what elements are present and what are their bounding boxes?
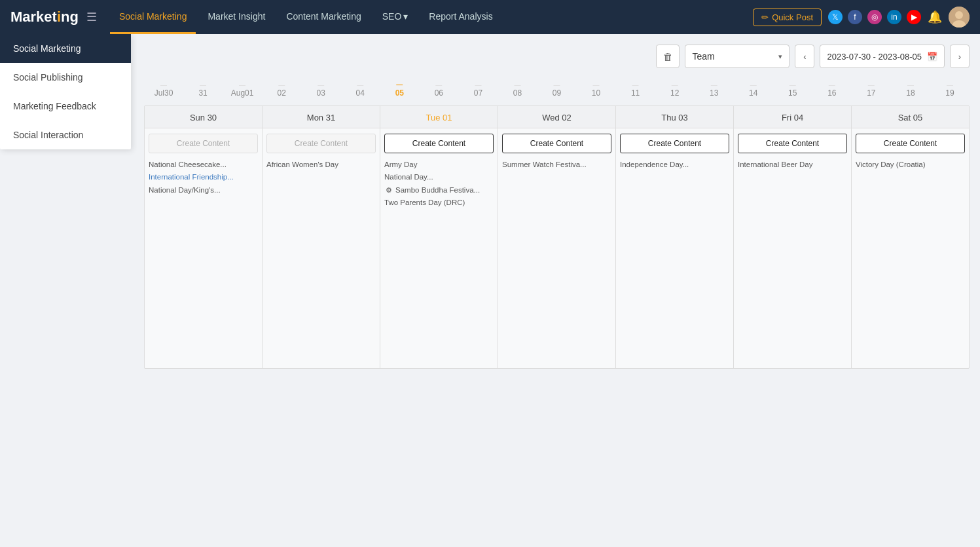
toolbar: 🗑 Team ▾ ‹ 2023-07-30 - 2023-08-05 📅 ›: [144, 45, 970, 68]
calendar-icon: 📅: [927, 52, 937, 62]
timeline-day: 17: [852, 79, 891, 100]
day-column: Thu 03Create ContentIndependence Day...: [616, 106, 733, 368]
day-body: Create ContentInternational Beer Day: [734, 128, 851, 368]
linkedin-icon[interactable]: in: [887, 10, 901, 24]
create-content-button[interactable]: Create Content: [856, 134, 965, 153]
day-column: Fri 04Create ContentInternational Beer D…: [734, 106, 851, 368]
create-content-button[interactable]: Create Content: [502, 134, 611, 153]
instagram-icon[interactable]: ◎: [867, 10, 882, 24]
dropdown-social-interaction[interactable]: Social Interaction: [0, 121, 131, 149]
event-item: International Beer Day: [738, 159, 847, 171]
next-week-button[interactable]: ›: [950, 45, 970, 68]
event-item: Two Parents Day (DRC): [384, 197, 494, 209]
day-header: Fri 04: [734, 106, 851, 128]
team-selector[interactable]: Team ▾: [685, 45, 789, 68]
week-calendar-grid: Sun 30Create ContentNational Cheesecake.…: [144, 105, 970, 369]
nav-market-insight[interactable]: Market Insight: [198, 0, 274, 34]
header-right: ✏ Quick Post 𝕏 f ◎ in ▶ 🔔: [753, 7, 970, 28]
timeline-day: 07: [458, 79, 498, 100]
social-icons-group: 𝕏 f ◎ in ▶: [828, 10, 921, 24]
timeline-day: Jul30: [144, 79, 183, 100]
event-item: National Cheesecake...: [149, 159, 258, 171]
event-item: African Women's Day: [266, 159, 376, 171]
trash-button[interactable]: 🗑: [656, 45, 680, 68]
logo-text: Marketing: [10, 9, 79, 26]
event-item: National Day/King's...: [149, 184, 258, 197]
day-header: Sun 30: [145, 106, 262, 128]
main-nav: Social Marketing Market Insight Content …: [110, 0, 753, 34]
timeline-day: 10: [577, 79, 616, 100]
create-content-button[interactable]: Create Content: [738, 134, 847, 153]
event-item: International Friendship...: [149, 171, 258, 183]
timeline-day: 06: [419, 79, 458, 100]
dropdown-social-marketing[interactable]: Social Marketing: [0, 34, 131, 63]
hamburger-icon[interactable]: ☰: [86, 10, 97, 24]
timeline-day: 03: [301, 79, 340, 100]
timeline-day: 13: [695, 79, 734, 100]
day-header: Tue 01: [380, 106, 498, 128]
day-column: Mon 31Create ContentAfrican Women's Day: [263, 106, 380, 368]
timeline-day: 16: [812, 79, 852, 100]
event-item: Victory Day (Croatia): [856, 159, 965, 171]
timeline-day: 31: [183, 79, 223, 100]
svg-point-1: [955, 11, 963, 19]
logo: Marketing: [10, 9, 79, 26]
timeline-day: 11: [616, 79, 655, 100]
facebook-icon[interactable]: f: [848, 10, 862, 24]
day-body: Create ContentAfrican Women's Day: [263, 128, 380, 368]
create-content-button[interactable]: Create Content: [266, 134, 376, 153]
day-column: Wed 02Create ContentSummer Watch Festiva…: [498, 106, 615, 368]
timeline-day: 19: [930, 79, 970, 100]
create-content-button[interactable]: Create Content: [620, 134, 729, 153]
main-header: Marketing ☰ Social Marketing Market Insi…: [0, 0, 980, 34]
day-header: Thu 03: [616, 106, 733, 128]
timeline-day: Aug01: [223, 79, 262, 100]
event-item: National Day...: [384, 171, 494, 183]
calendar-area: 🗑 Team ▾ ‹ 2023-07-30 - 2023-08-05 📅 › J…: [0, 34, 980, 379]
timeline-day: 05: [380, 79, 419, 100]
day-body: Create ContentArmy DayNational Day...⚙Sa…: [380, 128, 498, 368]
nav-content-marketing[interactable]: Content Marketing: [277, 0, 370, 34]
avatar[interactable]: [949, 7, 970, 28]
day-column: Sat 05Create ContentVictory Day (Croatia…: [852, 106, 969, 368]
timeline-day: 02: [262, 79, 301, 100]
day-body: Create ContentIndependence Day...: [616, 128, 733, 368]
timeline-day: 14: [734, 79, 773, 100]
youtube-icon[interactable]: ▶: [907, 10, 921, 24]
nav-report-analysis[interactable]: Report Analysis: [420, 0, 501, 34]
twitter-icon[interactable]: 𝕏: [828, 10, 843, 24]
create-content-button[interactable]: Create Content: [384, 134, 494, 153]
main-container: Social Marketing Social Publishing Marke…: [0, 34, 980, 379]
date-range-display: 2023-07-30 - 2023-08-05 📅: [820, 45, 945, 68]
dropdown-social-publishing[interactable]: Social Publishing: [0, 63, 131, 92]
social-marketing-dropdown: Social Marketing Social Publishing Marke…: [0, 34, 131, 149]
dropdown-marketing-feedback[interactable]: Marketing Feedback: [0, 92, 131, 121]
timeline-day: 15: [773, 79, 812, 100]
day-header: Mon 31: [263, 106, 380, 128]
day-header: Sat 05: [852, 106, 969, 128]
event-item: Summer Watch Festiva...: [502, 159, 611, 171]
chevron-down-icon: ▾: [778, 52, 782, 61]
nav-seo[interactable]: SEO ▾: [373, 0, 418, 34]
special-event-icon: ⚙: [384, 185, 393, 195]
nav-social-marketing[interactable]: Social Marketing: [110, 0, 196, 34]
timeline-bar: Jul3031Aug010203040506070809101112131415…: [144, 79, 970, 103]
day-body: Create ContentVictory Day (Croatia): [852, 128, 969, 368]
quick-post-button[interactable]: ✏ Quick Post: [753, 9, 822, 26]
create-content-button[interactable]: Create Content: [149, 134, 258, 153]
event-item: ⚙Sambo Buddha Festiva...: [384, 184, 494, 197]
timeline-day: 08: [498, 79, 537, 100]
day-column: Sun 30Create ContentNational Cheesecake.…: [145, 106, 262, 368]
notification-icon[interactable]: 🔔: [928, 10, 942, 24]
timeline-day: 18: [891, 79, 930, 100]
day-column: Tue 01Create ContentArmy DayNational Day…: [380, 106, 498, 368]
chevron-down-icon: ▾: [403, 11, 408, 22]
day-header: Wed 02: [498, 106, 615, 128]
trash-icon: 🗑: [663, 51, 673, 62]
event-item: Army Day: [384, 159, 494, 171]
event-item: Independence Day...: [620, 159, 729, 171]
timeline-day: 12: [655, 79, 695, 100]
prev-week-button[interactable]: ‹: [795, 45, 814, 68]
day-body: Create ContentSummer Watch Festiva...: [498, 128, 615, 368]
timeline-day: 09: [537, 79, 576, 100]
